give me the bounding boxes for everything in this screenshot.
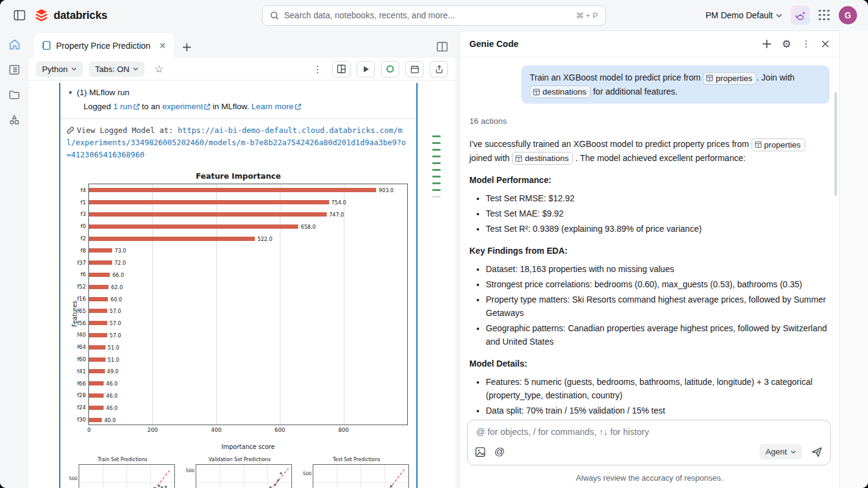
- y-category-label: f1: [63, 199, 86, 206]
- table-chip-properties[interactable]: properties: [752, 138, 805, 151]
- tab-property-price-prediction[interactable]: Property Price Prediction ✕: [34, 33, 174, 58]
- panel-more-options-icon[interactable]: ⋮: [802, 38, 811, 49]
- split-panel-icon[interactable]: [436, 41, 448, 52]
- table-icon: [706, 74, 713, 82]
- minimap-cell-marker[interactable]: [432, 142, 441, 144]
- bar-row: f6646.0: [89, 378, 407, 390]
- minimap-cell-marker[interactable]: [432, 149, 441, 151]
- more-options-icon[interactable]: ⋮: [313, 63, 322, 75]
- attach-image-icon[interactable]: [475, 447, 486, 458]
- y-category-label: f3: [63, 211, 86, 217]
- bullet-item: Property type matters: Ski Resorts comma…: [486, 293, 830, 320]
- y-category-label: f52: [63, 284, 86, 290]
- bar-row: f0658.0: [89, 220, 407, 232]
- y-category-label: f56: [63, 320, 86, 326]
- new-chat-plus-icon[interactable]: [762, 39, 772, 49]
- assistant-button[interactable]: [791, 5, 810, 25]
- minimap-cell-marker[interactable]: [432, 176, 441, 178]
- run-link[interactable]: 1 run: [113, 102, 140, 111]
- minimap-cell-marker[interactable]: [432, 156, 441, 157]
- close-panel-icon[interactable]: [821, 40, 830, 48]
- sidebar-toggle-icon[interactable]: [13, 10, 26, 21]
- mention-at-icon[interactable]: @: [494, 447, 505, 458]
- databricks-logo[interactable]: databricks: [34, 8, 107, 23]
- app-window: databricks Search data, notebooks, recen…: [0, 0, 868, 488]
- cluster-status-button[interactable]: [381, 61, 399, 77]
- send-icon[interactable]: [811, 446, 823, 458]
- minimap-cell-marker[interactable]: [432, 169, 441, 171]
- avatar[interactable]: G: [839, 6, 857, 24]
- y-category-label: f2: [63, 235, 86, 242]
- bar: [89, 369, 105, 373]
- experiment-link[interactable]: experiment: [162, 102, 210, 111]
- schedule-button[interactable]: [405, 61, 424, 77]
- minimap-cell-marker[interactable]: [432, 189, 441, 191]
- gear-icon[interactable]: ⚙: [782, 38, 791, 50]
- minimap-cell-marker[interactable]: [432, 135, 441, 137]
- share-export-button[interactable]: [430, 61, 448, 77]
- bar-value-label: 60.0: [110, 296, 122, 303]
- table-chip-properties[interactable]: properties: [703, 72, 756, 85]
- bar-row: f6451.0: [89, 341, 407, 353]
- bar: [89, 273, 110, 277]
- tabs-toggle[interactable]: Tabs: ON: [89, 62, 144, 77]
- language-label: Python: [42, 65, 68, 74]
- search-placeholder: Search data, notebooks, recents, and mor…: [284, 10, 571, 20]
- bar: [89, 357, 105, 362]
- bar-row: f4903.0: [89, 184, 407, 196]
- scatter-plot-area: 500400: [313, 464, 409, 488]
- layout-button[interactable]: [332, 61, 350, 77]
- y-category-label: f66: [63, 381, 86, 387]
- new-tab-button[interactable]: [182, 43, 191, 52]
- bar-value-label: 903.0: [379, 187, 393, 193]
- search-shortcut: ⌘ + P: [576, 11, 599, 20]
- table-icon: [533, 88, 540, 96]
- global-search-input[interactable]: Search data, notebooks, recents, and mor…: [262, 5, 606, 26]
- genie-input-box[interactable]: @ for objects, / for commands, ↑↓ for hi…: [467, 420, 831, 465]
- learn-more-link[interactable]: Learn more: [252, 102, 301, 111]
- table-icon: [755, 141, 762, 148]
- tabs-toggle-label: Tabs: ON: [95, 65, 129, 74]
- tab-close-icon[interactable]: ✕: [159, 41, 166, 51]
- prediction-scatter-plots: Train Set Predictions500Validation Set P…: [60, 457, 416, 488]
- bar: [89, 406, 104, 410]
- bar-value-label: 57.0: [110, 308, 121, 314]
- bar: [89, 418, 102, 422]
- workspace-switcher[interactable]: PM Demo Default: [706, 10, 782, 20]
- scatter-title: Train Set Predictions: [68, 457, 177, 462]
- section-heading: Key Findings from EDA:: [469, 244, 830, 257]
- cell-minimap-markers[interactable]: [432, 135, 441, 198]
- chat-scrollbar[interactable]: [834, 92, 837, 196]
- run-all-button[interactable]: [357, 61, 375, 77]
- x-tick-label: 200: [148, 427, 158, 433]
- scatter-title: Validation Set Predictions: [185, 457, 294, 462]
- bullet-item: Data split: 70% train / 15% validation /…: [486, 404, 830, 417]
- output-label: View Logged Model at:: [77, 126, 178, 135]
- apps-grid-icon[interactable]: [819, 10, 830, 21]
- actions-count-toggle[interactable]: 16 actions: [469, 115, 830, 128]
- x-tick-label: 800: [338, 427, 349, 433]
- language-selector[interactable]: Python: [36, 62, 83, 77]
- home-icon[interactable]: [7, 37, 23, 52]
- workflows-icon[interactable]: [7, 112, 23, 127]
- workspace-folder-icon[interactable]: [7, 87, 23, 102]
- minimap-cell-marker[interactable]: [432, 162, 441, 164]
- minimap-cell-marker[interactable]: [432, 196, 441, 198]
- bar-row: f2846.0: [89, 390, 407, 402]
- collapse-caret-icon[interactable]: ▼: [68, 90, 73, 96]
- y-category-label: f6: [63, 271, 86, 278]
- favorite-star-icon[interactable]: ☆: [154, 63, 163, 76]
- bar-value-label: 754.0: [332, 199, 346, 206]
- table-chip-destinations[interactable]: destinations: [530, 85, 591, 98]
- bar-row: f2522.0: [89, 232, 407, 245]
- agent-mode-selector[interactable]: Agent: [760, 444, 802, 459]
- minimap-cell-marker[interactable]: [432, 182, 441, 184]
- table-chip-destinations[interactable]: destinations: [512, 152, 573, 165]
- agent-mode-label: Agent: [766, 447, 787, 456]
- bar-value-label: 72.0: [115, 260, 126, 266]
- y-category-label: f40: [63, 332, 86, 338]
- catalog-icon[interactable]: [7, 62, 23, 77]
- bar-value-label: 747.0: [329, 212, 344, 218]
- notebook-cell[interactable]: ▼ (1) MLflow run Logged 1 run to an expe…: [59, 83, 418, 488]
- bar: [89, 345, 105, 350]
